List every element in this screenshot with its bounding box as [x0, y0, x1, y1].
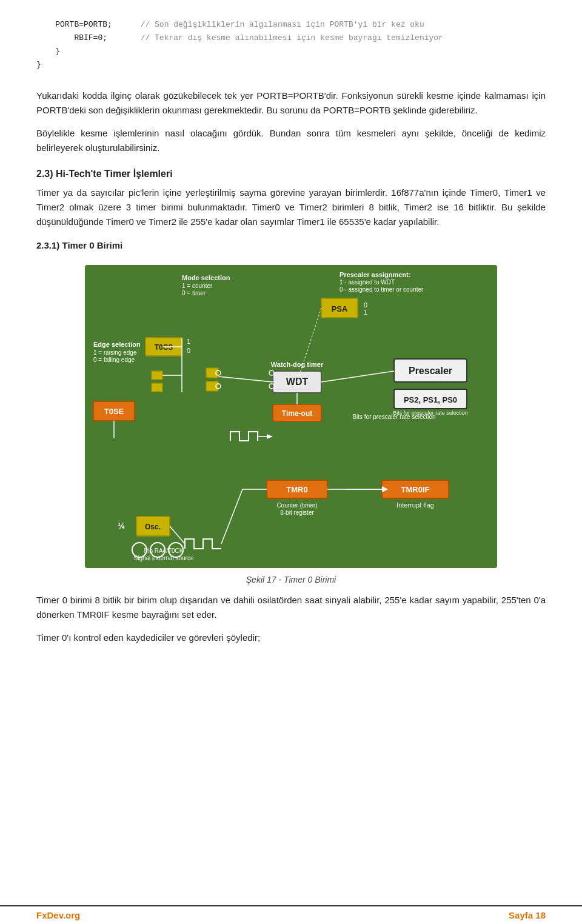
diagram-caption: Şekil 17 - Timer 0 Birimi — [85, 575, 497, 584]
svg-text:1 - assigned to WDT: 1 - assigned to WDT — [340, 279, 395, 286]
svg-text:1: 1 — [364, 309, 367, 316]
svg-text:1 = raising edge: 1 = raising edge — [93, 349, 137, 356]
svg-text:Prescaler: Prescaler — [409, 366, 452, 376]
svg-text:Prescaler assignment:: Prescaler assignment: — [340, 271, 410, 278]
svg-rect-22 — [152, 383, 162, 392]
paragraph-4: Timer 0 birimi 8 bitlik bir birim olup d… — [36, 593, 546, 622]
svg-text:0: 0 — [364, 301, 367, 309]
svg-text:Counter (timer): Counter (timer) — [276, 502, 317, 509]
svg-text:1 = counter: 1 = counter — [182, 283, 213, 289]
svg-text:Bits for prescaler rate select: Bits for prescaler rate selection — [393, 410, 468, 416]
svg-text:Edge selection: Edge selection — [93, 341, 141, 348]
timer-diagram-svg: Mode selection 1 = counter 0 = timer Pre… — [85, 265, 497, 568]
code-line-2: RBIF=0; // Tekrar dış kesme alınabilmesi… — [36, 32, 546, 45]
svg-text:Watch-dog timer: Watch-dog timer — [271, 361, 324, 368]
svg-text:¼: ¼ — [118, 521, 125, 531]
svg-text:Mode selection: Mode selection — [182, 274, 230, 281]
paragraph-2: Böylelikle kesme işlemlerinin nasıl olac… — [36, 126, 546, 155]
code-line-3: } — [36, 45, 546, 58]
svg-rect-61 — [206, 381, 218, 391]
paragraph-5: Timer 0'ı kontrol eden kaydediciler ve g… — [36, 631, 546, 645]
footer-brand: FxDev.org — [36, 910, 80, 920]
svg-text:0 = falling edge: 0 = falling edge — [93, 357, 135, 363]
svg-text:8-bit register: 8-bit register — [280, 509, 314, 516]
svg-text:Osc.: Osc. — [145, 523, 161, 531]
svg-text:PSA: PSA — [332, 304, 348, 313]
footer-page: Sayfa 18 — [509, 910, 546, 920]
svg-text:0: 0 — [187, 347, 190, 354]
svg-text:Time-out: Time-out — [282, 409, 312, 418]
svg-text:Interrupt flag: Interrupt flag — [396, 501, 434, 509]
paragraph-1: Yukarıdaki kodda ilginç olarak gözükebil… — [36, 89, 546, 118]
code-line-1: PORTB=PORTB; // Son değişikliklerin algı… — [36, 18, 546, 32]
page-footer: FxDev.org Sayfa 18 — [0, 905, 582, 924]
sub-heading-timer0: 2.3.1) Timer 0 Birimi — [36, 240, 546, 250]
svg-rect-60 — [206, 368, 218, 378]
svg-text:T0CS: T0CS — [155, 343, 173, 352]
svg-text:0 - assigned to timer or count: 0 - assigned to timer or counter — [340, 286, 424, 293]
section-heading-timer: 2.3) Hi-Tech'te Timer İşlemleri — [36, 169, 546, 179]
svg-text:PS2, PS1, PS0: PS2, PS1, PS0 — [404, 395, 457, 404]
paragraph-3: Timer ya da sayıcılar pic'lerin içine ye… — [36, 186, 546, 229]
svg-rect-21 — [152, 371, 162, 380]
svg-text:0 = timer: 0 = timer — [182, 290, 206, 296]
timer-diagram-container: Mode selection 1 = counter 0 = timer Pre… — [85, 265, 497, 584]
code-block: PORTB=PORTB; // Son değişikliklerin algı… — [36, 18, 546, 72]
svg-text:TMR0: TMR0 — [286, 485, 307, 494]
code-line-4: } — [36, 58, 546, 72]
svg-text:TMR0IF: TMR0IF — [401, 485, 430, 494]
svg-text:1: 1 — [187, 338, 190, 345]
svg-text:T0SE: T0SE — [104, 407, 124, 416]
page-content: PORTB=PORTB; // Son değişikliklerin algı… — [0, 0, 582, 702]
